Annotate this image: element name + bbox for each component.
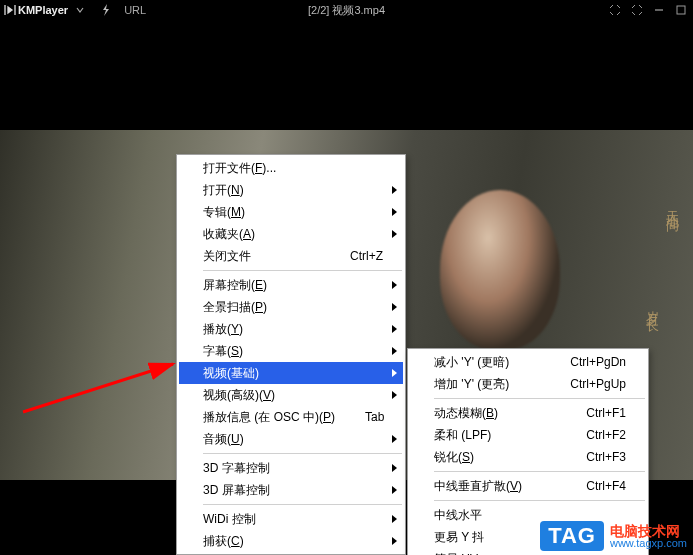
video-overlay-text: 天地间 — [663, 200, 681, 212]
video-basic-menu-item-4[interactable]: 柔和 (LPF)Ctrl+F2 — [410, 424, 646, 446]
menu-item-label: 收藏夹(A) — [203, 226, 255, 243]
menu-item-label: 字幕(S) — [203, 343, 243, 360]
menu-item-label: 视频(高级)(V) — [203, 387, 275, 404]
titlebar: KMPlayer URL [2/2] 视频3.mp4 — [0, 0, 693, 20]
watermark-line2: www.tagxp.com — [610, 538, 687, 549]
main-menu-item-6[interactable]: 屏幕控制(E) — [179, 274, 403, 296]
submenu-arrow-icon — [392, 186, 397, 194]
logo-icon — [4, 4, 16, 16]
video-overlay-text: 岁月长 — [643, 300, 661, 312]
menu-item-shortcut: Ctrl+F1 — [556, 406, 626, 420]
menu-item-label: 3D 屏幕控制 — [203, 482, 270, 499]
titlebar-left: KMPlayer URL — [0, 4, 146, 16]
menu-item-label: 打开文件(F)... — [203, 160, 276, 177]
app-logo[interactable]: KMPlayer — [4, 4, 68, 16]
menu-item-label: 减小 'Y' (更暗) — [434, 354, 509, 371]
video-basic-menu-item-0[interactable]: 减小 'Y' (更暗)Ctrl+PgDn — [410, 351, 646, 373]
video-basic-menu-item-7[interactable]: 中线垂直扩散(V)Ctrl+F4 — [410, 475, 646, 497]
expand-icon[interactable] — [631, 4, 643, 16]
menu-separator — [203, 453, 402, 454]
submenu-arrow-icon — [392, 208, 397, 216]
menu-separator — [203, 504, 402, 505]
submenu-arrow-icon — [392, 464, 397, 472]
watermark-line1: 电脑技术网 — [610, 524, 687, 538]
menu-item-label: 播放(Y) — [203, 321, 243, 338]
menu-item-shortcut: Ctrl+PgDn — [540, 355, 626, 369]
video-basic-menu-item-5[interactable]: 锐化(S)Ctrl+F3 — [410, 446, 646, 468]
submenu-arrow-icon — [392, 486, 397, 494]
main-menu-item-16[interactable]: 3D 屏幕控制 — [179, 479, 403, 501]
menu-item-label: 打开(N) — [203, 182, 244, 199]
app-name: KMPlayer — [18, 4, 68, 16]
menu-item-label: 3D 字幕控制 — [203, 460, 270, 477]
video-basic-menu-item-1[interactable]: 增加 'Y' (更亮)Ctrl+PgUp — [410, 373, 646, 395]
menu-item-label: WiDi 控制 — [203, 511, 256, 528]
submenu-arrow-icon — [392, 391, 397, 399]
main-menu-item-1[interactable]: 打开(N) — [179, 179, 403, 201]
main-menu-item-4[interactable]: 关闭文件Ctrl+Z — [179, 245, 403, 267]
submenu-arrow-icon — [392, 435, 397, 443]
submenu-arrow-icon — [392, 515, 397, 523]
maximize-icon[interactable] — [675, 4, 687, 16]
menu-separator — [434, 500, 645, 501]
menu-item-shortcut: Ctrl+F2 — [556, 428, 626, 442]
main-menu-item-9[interactable]: 字幕(S) — [179, 340, 403, 362]
main-menu-item-3[interactable]: 收藏夹(A) — [179, 223, 403, 245]
menu-item-label: 专辑(M) — [203, 204, 245, 221]
bolt-icon[interactable] — [100, 4, 112, 16]
window-title: [2/2] 视频3.mp4 — [308, 3, 385, 18]
watermark: TAG 电脑技术网 www.tagxp.com — [540, 521, 687, 551]
submenu-arrow-icon — [392, 325, 397, 333]
svg-rect-1 — [677, 6, 685, 14]
main-menu-item-10[interactable]: 视频(基础) — [179, 362, 403, 384]
minimize-icon[interactable] — [653, 4, 665, 16]
menu-item-label: 屏幕控制(E) — [203, 277, 267, 294]
main-menu-item-7[interactable]: 全景扫描(P) — [179, 296, 403, 318]
context-menu-main: 打开文件(F)...打开(N)专辑(M)收藏夹(A)关闭文件Ctrl+Z屏幕控制… — [176, 154, 406, 555]
main-menu-item-11[interactable]: 视频(高级)(V) — [179, 384, 403, 406]
menu-item-label: 中线垂直扩散(V) — [434, 478, 522, 495]
main-menu-item-19[interactable]: 捕获(C) — [179, 530, 403, 552]
menu-item-shortcut: Ctrl+F3 — [556, 450, 626, 464]
main-menu-item-15[interactable]: 3D 字幕控制 — [179, 457, 403, 479]
menu-separator — [203, 270, 402, 271]
menu-item-label: 简易 UV — [434, 551, 478, 556]
menu-item-shortcut: Tab — [335, 410, 384, 424]
menu-item-label: 全景扫描(P) — [203, 299, 267, 316]
submenu-arrow-icon — [392, 230, 397, 238]
video-basic-menu-item-3[interactable]: 动态模糊(B)Ctrl+F1 — [410, 402, 646, 424]
menu-item-label: 音频(U) — [203, 431, 244, 448]
main-menu-item-18[interactable]: WiDi 控制 — [179, 508, 403, 530]
submenu-arrow-icon — [392, 281, 397, 289]
menu-separator — [434, 398, 645, 399]
menu-item-label: 动态模糊(B) — [434, 405, 498, 422]
chevron-down-icon[interactable] — [74, 4, 86, 16]
menu-item-label: 视频(基础) — [203, 365, 259, 382]
menu-item-label: 播放信息 (在 OSC 中)(P) — [203, 409, 335, 426]
menu-item-label: 增加 'Y' (更亮) — [434, 376, 509, 393]
menu-item-label: 中线水平 — [434, 507, 482, 524]
main-menu-item-13[interactable]: 音频(U) — [179, 428, 403, 450]
submenu-arrow-icon — [392, 347, 397, 355]
menu-item-shortcut: Ctrl+Z — [320, 249, 383, 263]
main-menu-item-12[interactable]: 播放信息 (在 OSC 中)(P)Tab — [179, 406, 403, 428]
watermark-tag: TAG — [540, 521, 604, 551]
menu-item-label: 关闭文件 — [203, 248, 251, 265]
submenu-arrow-icon — [392, 369, 397, 377]
submenu-arrow-icon — [392, 537, 397, 545]
video-stage[interactable]: 天地间 岁月长 打开文件(F)...打开(N)专辑(M)收藏夹(A)关闭文件Ct… — [0, 20, 693, 555]
titlebar-right — [609, 4, 693, 16]
main-menu-item-2[interactable]: 专辑(M) — [179, 201, 403, 223]
shrink-icon[interactable] — [609, 4, 621, 16]
menu-item-label: 捕获(C) — [203, 533, 244, 550]
menu-item-shortcut: Ctrl+PgUp — [540, 377, 626, 391]
menu-item-label: 更易 Y 抖 — [434, 529, 484, 546]
menu-item-label: 锐化(S) — [434, 449, 474, 466]
submenu-arrow-icon — [392, 303, 397, 311]
menu-separator — [434, 471, 645, 472]
menu-item-label: 柔和 (LPF) — [434, 427, 491, 444]
url-label[interactable]: URL — [124, 4, 146, 16]
main-menu-item-8[interactable]: 播放(Y) — [179, 318, 403, 340]
main-menu-item-0[interactable]: 打开文件(F)... — [179, 157, 403, 179]
menu-item-shortcut: Ctrl+F4 — [556, 479, 626, 493]
